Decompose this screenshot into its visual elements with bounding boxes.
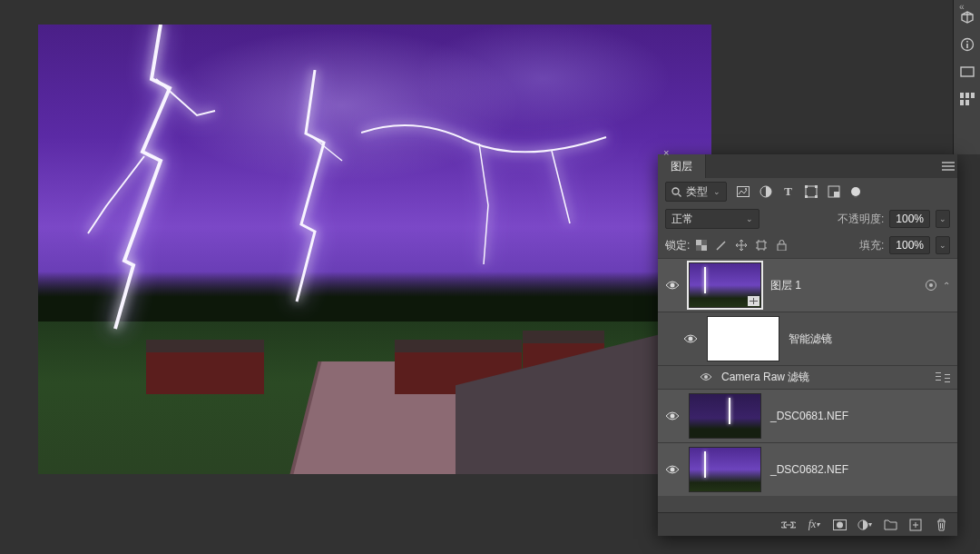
svg-point-11 [745,188,747,190]
layer-filter-row[interactable]: Camera Raw 滤镜 [658,365,957,389]
lightning-deco [361,114,615,269]
group-icon[interactable] [883,518,897,532]
layer-mask-icon[interactable] [832,518,847,532]
svg-point-9 [672,188,679,194]
svg-rect-23 [696,245,701,251]
svg-point-34 [837,521,843,528]
panel-menu-icon[interactable] [939,154,957,178]
layer-name: 图层 1 [770,278,916,293]
lock-all-icon[interactable] [775,239,788,252]
lock-artboard-icon[interactable] [755,239,768,252]
layer-row-child[interactable]: 智能滤镜 [658,312,957,365]
fill-value: 100% [896,239,924,252]
lock-trans-icon[interactable] [695,239,708,252]
svg-point-31 [671,414,675,419]
svg-rect-24 [758,242,765,249]
blend-mode-value: 正常 [671,212,693,227]
svg-point-32 [671,468,675,472]
rect-icon[interactable] [959,64,975,80]
fill-chevron[interactable]: ⌄ [936,236,950,254]
layer-name: _DSC0682.NEF [770,463,950,476]
lock-brush-icon[interactable] [715,239,728,252]
filter-adjust-icon[interactable] [759,185,772,199]
panel-bottom-bar: fx▾ ▾ [658,512,957,536]
new-layer-icon[interactable] [908,518,923,532]
tab-label: 图层 [671,159,692,174]
svg-rect-5 [965,93,969,98]
kind-select[interactable]: 类型 ⌄ [665,182,727,202]
filter-shape-icon[interactable] [804,185,818,199]
layer-thumbnail[interactable] [689,393,761,439]
svg-point-29 [689,337,693,341]
layers-panel: × 图层 类型 ⌄ T 正常 ⌄ 不透明度: [658,154,957,536]
layer-thumbnail[interactable] [689,262,761,308]
filter-row: 类型 ⌄ T [658,178,957,205]
svg-rect-7 [960,100,964,105]
svg-rect-25 [778,244,786,251]
opacity-chevron[interactable]: ⌄ [936,210,950,228]
svg-point-28 [929,283,933,287]
fill-label: 填充: [859,238,884,253]
filter-name: Camera Raw 滤镜 [721,370,926,385]
svg-point-30 [704,375,708,379]
tabs-fill [706,154,939,178]
filter-toggle-icon[interactable] [851,187,860,196]
svg-rect-22 [701,240,707,245]
lock-row: 锁定: 填充: 100% ⌄ [658,232,957,258]
layer-thumbnail[interactable] [707,316,779,361]
lock-move-icon[interactable] [735,239,748,252]
filter-pixel-icon[interactable] [736,185,750,199]
svg-rect-17 [815,195,818,198]
adjustment-layer-icon[interactable]: ▾ [858,518,872,532]
lightning-deco [79,25,242,333]
svg-rect-8 [965,100,969,105]
chevron-up-icon: ⌃ [943,281,950,291]
swatches-icon[interactable] [959,91,975,107]
filter-options-icon[interactable] [936,372,950,383]
layer-row[interactable]: 图层 1 ⌃ [658,258,957,312]
lock-label: 锁定: [665,238,690,253]
visibility-icon[interactable] [665,409,680,423]
link-layers-icon[interactable] [781,518,796,532]
filter-type-icon[interactable]: T [781,185,795,199]
canvas-image[interactable] [38,25,711,474]
blend-row: 正常 ⌄ 不透明度: 100% ⌄ [658,205,957,232]
layer-thumbnail[interactable] [689,447,761,492]
filter-smart-icon[interactable] [827,185,840,199]
layer-name: 智能滤镜 [789,331,950,347]
svg-rect-14 [805,185,808,188]
svg-rect-19 [834,192,839,197]
visibility-icon[interactable] [683,331,698,346]
filter-icons: T [736,185,860,199]
svg-rect-20 [696,240,701,245]
kind-label: 类型 [686,184,708,200]
visibility-icon[interactable] [665,462,680,477]
svg-rect-3 [961,67,974,76]
opacity-value: 100% [896,213,924,225]
layer-row[interactable]: _DSC0681.NEF [658,389,957,442]
svg-rect-1 [966,44,968,48]
trash-icon[interactable] [934,518,948,532]
layer-fx-icon[interactable]: fx▾ [807,518,821,532]
right-dock: « [953,0,980,154]
chevron-down-icon: ⌄ [746,214,753,223]
dock-collapse-icon[interactable]: « [959,2,965,12]
layer-list: 图层 1 ⌃ 智能滤镜 Camera Raw 滤镜 _DSC0681.NEF _… [658,258,957,512]
info-icon[interactable] [959,36,975,53]
layer-row[interactable]: _DSC0682.NEF [658,442,957,496]
svg-point-26 [671,283,675,288]
lock-icons [695,239,788,252]
svg-rect-2 [966,41,968,43]
svg-rect-16 [805,195,808,198]
opacity-label: 不透明度: [838,212,884,227]
blend-mode-select[interactable]: 正常 ⌄ [665,209,760,229]
visibility-icon[interactable] [700,371,712,384]
svg-rect-10 [737,187,749,197]
opacity-input[interactable]: 100% [889,210,930,228]
layer-link-icon[interactable]: ⌃ [925,279,950,292]
fill-input[interactable]: 100% [889,236,930,254]
svg-rect-4 [960,93,964,98]
close-icon[interactable]: × [663,147,669,158]
visibility-icon[interactable] [665,278,680,292]
svg-rect-6 [971,93,975,98]
